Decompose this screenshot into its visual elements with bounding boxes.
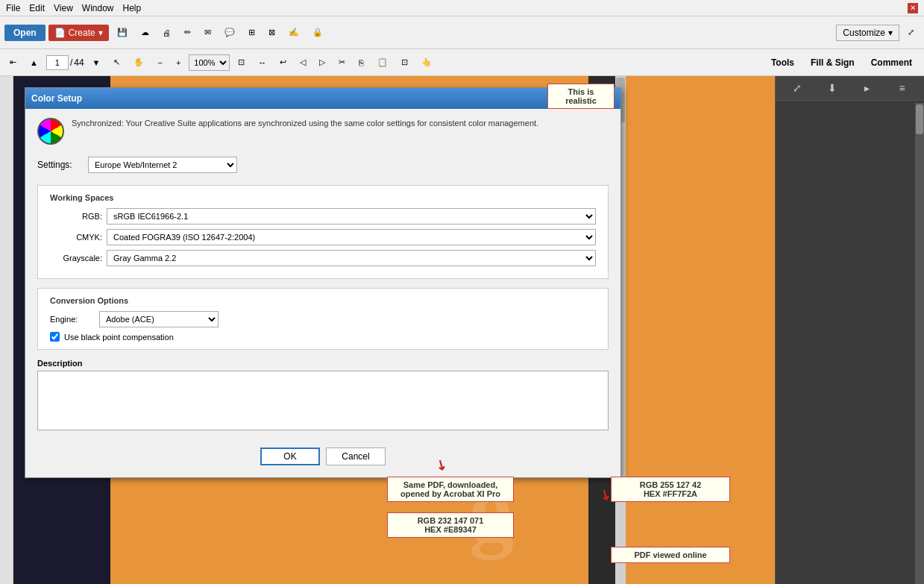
prev-page-button[interactable]: ▲ bbox=[25, 55, 43, 70]
grayscale-row: Grayscale: Gray Gamma 2.2 bbox=[50, 250, 596, 266]
first-page-button[interactable]: ⇤ bbox=[4, 54, 22, 70]
acrobat-xi-annotation: Same PDF, downloaded, opened by Acrobat … bbox=[387, 477, 514, 502]
expand-view-icon[interactable]: ⤢ bbox=[790, 81, 805, 95]
sign-icon: ✍ bbox=[289, 28, 299, 37]
menu-icon[interactable]: ≡ bbox=[895, 81, 910, 95]
right-panel-scrollbar[interactable] bbox=[915, 103, 924, 584]
email-icon: ✉ bbox=[204, 28, 211, 37]
ok-button[interactable]: OK bbox=[260, 448, 320, 465]
black-point-label: Use black point compensation bbox=[64, 333, 174, 342]
description-textarea[interactable] bbox=[37, 371, 609, 430]
save-icon: 💾 bbox=[117, 28, 128, 37]
settings-select[interactable]: Europe Web/Internet 2 bbox=[88, 157, 237, 173]
sync-row: Synchronized: Your Creative Suite applic… bbox=[37, 118, 609, 145]
fill-sign-button[interactable]: Fill & Sign bbox=[803, 55, 862, 70]
page-number-input[interactable] bbox=[46, 55, 69, 70]
rgb-label: RGB: bbox=[50, 212, 102, 221]
zoom-in-button[interactable]: + bbox=[171, 55, 186, 70]
working-spaces-section: Working Spaces RGB: sRGB IEC61966-2.1 CM… bbox=[37, 185, 609, 279]
dialog-titlebar: Color Setup ✕ bbox=[25, 88, 620, 109]
create-button[interactable]: 📄 Create ▾ bbox=[48, 25, 109, 41]
app-close-button[interactable]: ✕ bbox=[908, 3, 918, 13]
combine-button[interactable]: ⊞ bbox=[243, 25, 260, 40]
realistic-annotation: This is realistic bbox=[547, 84, 615, 109]
menu-bar: File Edit View Window Help ✕ bbox=[0, 0, 924, 16]
print-icon: 🖨 bbox=[163, 28, 171, 37]
conversion-title: Conversion Options bbox=[50, 296, 596, 305]
zoom-out-button[interactable]: − bbox=[152, 55, 167, 70]
engine-row: Engine: Adobe (ACE) bbox=[50, 311, 596, 327]
open-button[interactable]: Open bbox=[4, 25, 45, 41]
edit-button[interactable]: ✏ bbox=[179, 25, 196, 40]
zoom-select[interactable]: 100% bbox=[189, 54, 230, 71]
menu-window[interactable]: Window bbox=[82, 3, 114, 13]
cmyk-label: CMYK: bbox=[50, 233, 102, 242]
save-button[interactable]: 💾 bbox=[112, 25, 133, 40]
dialog-content: Synchronized: Your Creative Suite applic… bbox=[25, 109, 620, 477]
menu-help[interactable]: Help bbox=[123, 3, 142, 13]
upload-icon: ☁ bbox=[141, 28, 149, 37]
select-tool-button[interactable]: ↖ bbox=[108, 54, 125, 70]
hand-tool-button[interactable]: ✋ bbox=[128, 54, 149, 70]
conversion-options-section: Conversion Options Engine: Adobe (ACE) U… bbox=[37, 288, 609, 350]
engine-label: Engine: bbox=[50, 315, 95, 324]
dialog-buttons: OK Cancel bbox=[37, 442, 609, 468]
left-panel bbox=[0, 76, 13, 584]
right-panel-icons: ⤢ ⬇ ▸ ≡ bbox=[776, 76, 924, 101]
dialog-title: Color Setup bbox=[31, 93, 82, 104]
black-point-row: Use black point compensation bbox=[50, 332, 596, 342]
upload-button[interactable]: ☁ bbox=[136, 25, 154, 40]
working-spaces-title: Working Spaces bbox=[50, 193, 596, 202]
arrow-icon[interactable]: ▸ bbox=[860, 81, 875, 95]
sign-button[interactable]: ✍ bbox=[283, 25, 304, 40]
comment-panel-button[interactable]: Comment bbox=[864, 55, 920, 70]
copy-button[interactable]: ⎘ bbox=[353, 55, 369, 70]
next-view-button[interactable]: ▷ bbox=[314, 54, 330, 70]
acrobat-pro-rgb-text: RGB 255 127 42 bbox=[616, 480, 725, 489]
protect-icon: 🔒 bbox=[312, 28, 323, 37]
right-scrollbar-thumb[interactable] bbox=[916, 104, 923, 134]
black-point-checkbox[interactable] bbox=[50, 332, 60, 342]
print-button[interactable]: 🖨 bbox=[157, 25, 176, 40]
engine-select[interactable]: Adobe (ACE) bbox=[99, 311, 219, 327]
menu-view[interactable]: View bbox=[54, 3, 73, 13]
main-toolbar: Open 📄 Create ▾ 💾 ☁ 🖨 ✏ ✉ 💬 ⊞ ⊠ ✍ 🔒 Cust… bbox=[0, 16, 924, 49]
fit-width-button[interactable]: ↔ bbox=[253, 55, 271, 70]
customize-button[interactable]: Customize ▾ bbox=[836, 25, 899, 41]
combine-icon: ⊞ bbox=[248, 28, 255, 37]
fit-page-button[interactable]: ⊡ bbox=[233, 54, 250, 70]
acrobat-xi-text: Same PDF, downloaded, opened by Acrobat … bbox=[392, 480, 509, 498]
rgb-select[interactable]: sRGB IEC61966-2.1 bbox=[107, 208, 596, 225]
grayscale-select[interactable]: Gray Gamma 2.2 bbox=[107, 250, 596, 266]
page-nav: / 44 bbox=[46, 55, 84, 70]
prev-view-button[interactable]: ◁ bbox=[295, 54, 311, 70]
create-label: Create bbox=[69, 28, 95, 38]
cmyk-select[interactable]: Coated FOGRA39 (ISO 12647-2:2004) bbox=[107, 229, 596, 245]
color-setup-dialog: Color Setup ✕ Synchronized: Your Creativ… bbox=[25, 87, 621, 478]
realistic-text: This is realistic bbox=[553, 87, 609, 105]
comment-icon: 💬 bbox=[224, 28, 235, 37]
menu-file[interactable]: File bbox=[6, 3, 20, 13]
menu-edit[interactable]: Edit bbox=[29, 3, 45, 13]
description-label: Description bbox=[37, 359, 609, 368]
email-button[interactable]: ✉ bbox=[199, 25, 216, 40]
acrobat-pro-hex-text: HEX #FF7F2A bbox=[616, 489, 725, 498]
page-total: 44 bbox=[74, 57, 84, 68]
description-section: Description bbox=[37, 359, 609, 433]
redact-button[interactable]: ⊠ bbox=[263, 25, 280, 40]
download-icon[interactable]: ⬇ bbox=[825, 81, 840, 95]
paste-button[interactable]: 📋 bbox=[372, 54, 393, 70]
protect-button[interactable]: 🔒 bbox=[307, 25, 328, 40]
touch-button[interactable]: 👆 bbox=[416, 54, 437, 70]
comment-button[interactable]: 💬 bbox=[219, 25, 240, 40]
cut-button[interactable]: ✂ bbox=[333, 54, 351, 70]
rotate-button[interactable]: ↩ bbox=[274, 54, 292, 70]
main-area: g Color Setup ✕ Synchronized: Your Creat… bbox=[0, 76, 924, 584]
marquee-button[interactable]: ⊡ bbox=[396, 54, 413, 70]
next-page-button[interactable]: ▼ bbox=[87, 55, 106, 70]
cancel-button[interactable]: Cancel bbox=[326, 448, 386, 465]
tools-button[interactable]: Tools bbox=[764, 55, 802, 70]
acrobat-xi-rgb-text: RGB 232 147 071 bbox=[392, 516, 509, 525]
customize-dropdown-icon: ▾ bbox=[888, 28, 893, 38]
expand-button[interactable]: ⤢ bbox=[902, 25, 920, 40]
